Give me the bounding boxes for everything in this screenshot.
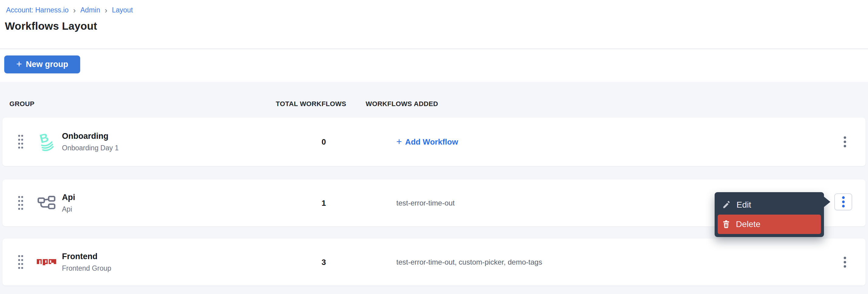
- drag-handle[interactable]: [18, 254, 24, 270]
- menu-item-edit-label: Edit: [737, 200, 751, 210]
- workflows-layout-page: Account: Harness.io › Admin › Layout Wor…: [0, 0, 868, 294]
- group-name: Api: [62, 193, 75, 202]
- table-header-group: GROUP: [9, 100, 35, 108]
- group-row-onboarding: B Onboarding Onboarding Day 1 0 + Add Wo…: [2, 118, 866, 166]
- menu-item-delete-label: Delete: [736, 219, 761, 229]
- row-options-button[interactable]: [836, 136, 854, 148]
- plus-icon: +: [396, 137, 402, 146]
- kebab-icon: [843, 256, 846, 268]
- breadcrumb-link-account[interactable]: Account: Harness.io: [6, 6, 69, 14]
- drag-dots-icon: [18, 195, 24, 211]
- row-options-button[interactable]: [836, 256, 854, 268]
- menu-arrow-icon: [824, 197, 830, 207]
- workflows-added-value: test-error-time-out, custom-picker, demo…: [396, 258, 542, 266]
- group-info: Frontend Frontend Group: [62, 252, 111, 272]
- group-description: Frontend Group: [62, 264, 111, 272]
- breadcrumb-link-layout[interactable]: Layout: [112, 6, 133, 14]
- drag-dots-icon: [18, 134, 24, 150]
- pencil-icon: [722, 200, 731, 209]
- row-context-menu: Edit Delete: [715, 192, 824, 237]
- drag-dots-icon: [18, 254, 24, 270]
- groups-list-panel: GROUP TOTAL WORKFLOWS WORKFLOWS ADDED B: [0, 82, 868, 294]
- add-workflow-label: Add Workflow: [405, 137, 458, 147]
- breadcrumb: Account: Harness.io › Admin › Layout: [6, 6, 133, 14]
- drag-handle[interactable]: [18, 195, 24, 211]
- stack-logo-icon: B: [36, 131, 57, 153]
- npm-logo-icon: [36, 259, 57, 265]
- menu-item-delete[interactable]: Delete: [718, 215, 821, 234]
- svg-text:B: B: [38, 131, 50, 145]
- table-header-total-workflows: TOTAL WORKFLOWS: [276, 100, 346, 108]
- workflows-added-value: test-error-time-out: [396, 199, 455, 207]
- kebab-icon: [843, 136, 846, 148]
- header-divider: [0, 48, 868, 49]
- total-workflows-value: 1: [278, 198, 369, 208]
- chevron-right-icon: ›: [105, 6, 107, 14]
- new-group-button-label: New group: [26, 60, 68, 69]
- row-options-button-active[interactable]: [834, 193, 852, 210]
- table-header-workflows-added: WORKFLOWS ADDED: [366, 100, 438, 108]
- add-workflow-button[interactable]: + Add Workflow: [396, 137, 458, 147]
- new-group-button[interactable]: + New group: [4, 56, 80, 73]
- chevron-right-icon: ›: [73, 6, 76, 14]
- group-description: Api: [62, 205, 75, 213]
- page-title: Workflows Layout: [5, 20, 97, 32]
- group-info: Onboarding Onboarding Day 1: [62, 132, 119, 152]
- group-info: Api Api: [62, 193, 75, 213]
- group-row-frontend: Frontend Frontend Group 3 test-error-tim…: [2, 238, 866, 286]
- total-workflows-value: 0: [278, 137, 369, 147]
- plus-icon: +: [16, 59, 22, 69]
- menu-item-edit[interactable]: Edit: [718, 195, 821, 215]
- total-workflows-value: 3: [278, 257, 369, 267]
- group-row-api: Api Api 1 test-error-time-out Edit: [2, 179, 866, 226]
- drag-handle[interactable]: [18, 134, 24, 150]
- group-name: Frontend: [62, 252, 111, 261]
- kebab-icon: [842, 195, 845, 208]
- workflow-branch-icon: [36, 195, 57, 211]
- group-description: Onboarding Day 1: [62, 144, 119, 152]
- group-name: Onboarding: [62, 132, 119, 141]
- breadcrumb-link-admin[interactable]: Admin: [81, 6, 100, 14]
- trash-icon: [722, 220, 730, 228]
